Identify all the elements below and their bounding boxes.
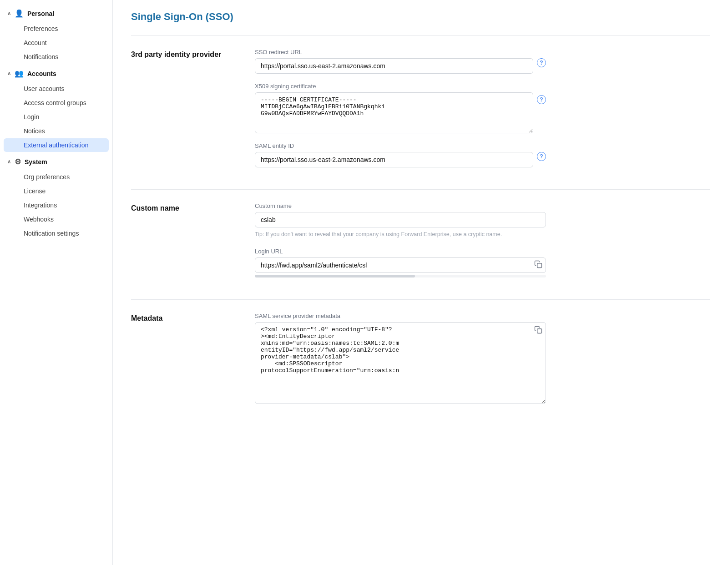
login-url-label: Login URL: [255, 248, 546, 255]
login-url-input[interactable]: [255, 257, 546, 273]
x509-help-icon[interactable]: ?: [537, 95, 546, 104]
section-third-party-label: 3rd party identity provider: [131, 49, 240, 177]
sidebar-item-preferences[interactable]: Preferences: [4, 22, 109, 35]
x509-cert-label: X509 signing certificate: [255, 83, 546, 90]
sso-redirect-input-row: ?: [255, 58, 546, 74]
sidebar-item-user-accounts[interactable]: User accounts: [4, 82, 109, 96]
field-group-custom-name: Custom name Tip: If you don't want to re…: [255, 202, 546, 239]
saml-entity-id-input[interactable]: [255, 152, 533, 167]
sidebar: ∧ 👤 Personal Preferences Account Notific…: [0, 0, 113, 565]
x509-cert-textarea[interactable]: -----BEGIN CERTIFICATE----- MIIDBjCCAe6g…: [255, 92, 533, 133]
svg-rect-1: [537, 329, 542, 333]
field-group-saml-entity: SAML entity ID ?: [255, 142, 546, 167]
field-group-sso-redirect: SSO redirect URL ?: [255, 49, 546, 74]
saml-entity-label: SAML entity ID: [255, 142, 546, 149]
section-third-party-fields: SSO redirect URL ? X509 signing certific…: [255, 49, 546, 177]
sidebar-section-personal-label: Personal: [27, 10, 54, 17]
field-group-saml-metadata: SAML service provider metadata <?xml ver…: [255, 313, 546, 405]
sidebar-item-notification-settings[interactable]: Notification settings: [4, 227, 109, 240]
field-group-x509: X509 signing certificate -----BEGIN CERT…: [255, 83, 546, 133]
sidebar-section-accounts: ∧ 👥 Accounts User accounts Access contro…: [0, 66, 112, 152]
section-custom-name-fields: Custom name Tip: If you don't want to re…: [255, 202, 546, 287]
login-url-scrollbar-thumb: [255, 275, 415, 277]
divider-top: [131, 35, 710, 36]
sidebar-item-license[interactable]: License: [4, 184, 109, 198]
login-url-input-wrapper: [255, 257, 546, 273]
personal-icon: 👤: [15, 9, 24, 18]
sidebar-item-login[interactable]: Login: [4, 110, 109, 124]
main-content: Single Sign-On (SSO) 3rd party identity …: [113, 0, 728, 565]
saml-metadata-textarea[interactable]: <?xml version="1.0" encoding="UTF-8"? ><…: [255, 322, 546, 404]
custom-name-input[interactable]: [255, 212, 546, 227]
sidebar-item-webhooks[interactable]: Webhooks: [4, 212, 109, 226]
sso-redirect-label: SSO redirect URL: [255, 49, 546, 55]
login-url-scrollbar[interactable]: [255, 275, 546, 277]
sidebar-section-system-header[interactable]: ∧ ⚙ System: [0, 154, 112, 170]
sidebar-system-items: Org preferences License Integrations Web…: [0, 170, 112, 240]
sidebar-section-personal: ∧ 👤 Personal Preferences Account Notific…: [0, 5, 112, 64]
section-custom-name-label: Custom name: [131, 202, 240, 287]
sidebar-section-system-label: System: [25, 158, 47, 166]
chevron-accounts-icon: ∧: [7, 71, 11, 76]
field-group-login-url: Login URL: [255, 248, 546, 277]
divider-custom-name: [131, 189, 710, 190]
section-third-party: 3rd party identity provider SSO redirect…: [131, 49, 710, 177]
section-metadata-label: Metadata: [131, 313, 240, 414]
sidebar-item-external-authentication[interactable]: External authentication: [4, 138, 109, 152]
custom-name-hint: Tip: If you don't want to reveal that yo…: [255, 230, 546, 239]
sidebar-item-integrations[interactable]: Integrations: [4, 198, 109, 212]
sidebar-personal-items: Preferences Account Notifications: [0, 22, 112, 64]
saml-entity-help-icon[interactable]: ?: [537, 152, 546, 161]
login-url-copy-icon[interactable]: [534, 260, 542, 270]
section-custom-name: Custom name Custom name Tip: If you don'…: [131, 202, 710, 287]
saml-metadata-field-label: SAML service provider metadata: [255, 313, 546, 319]
divider-metadata: [131, 299, 710, 300]
sidebar-item-access-control-groups[interactable]: Access control groups: [4, 96, 109, 110]
sidebar-section-accounts-header[interactable]: ∧ 👥 Accounts: [0, 66, 112, 81]
section-metadata: Metadata SAML service provider metadata …: [131, 313, 710, 414]
saml-entity-input-row: ?: [255, 152, 546, 167]
accounts-icon: 👥: [15, 69, 24, 78]
saml-metadata-copy-icon[interactable]: [534, 326, 542, 336]
sidebar-section-personal-header[interactable]: ∧ 👤 Personal: [0, 5, 112, 21]
page-title: Single Sign-On (SSO): [131, 11, 710, 23]
svg-rect-0: [537, 263, 542, 268]
sidebar-item-org-preferences[interactable]: Org preferences: [4, 170, 109, 184]
sidebar-item-notifications[interactable]: Notifications: [4, 50, 109, 64]
sso-redirect-url-input[interactable]: [255, 58, 533, 74]
saml-metadata-textarea-wrapper: <?xml version="1.0" encoding="UTF-8"? ><…: [255, 322, 546, 405]
sidebar-item-account[interactable]: Account: [4, 36, 109, 50]
x509-cert-input-row: -----BEGIN CERTIFICATE----- MIIDBjCCAe6g…: [255, 92, 546, 133]
sso-redirect-help-icon[interactable]: ?: [537, 58, 546, 67]
custom-name-field-label: Custom name: [255, 202, 546, 209]
sidebar-item-notices[interactable]: Notices: [4, 124, 109, 138]
system-icon: ⚙: [15, 157, 21, 166]
sidebar-accounts-items: User accounts Access control groups Logi…: [0, 82, 112, 152]
sidebar-section-accounts-label: Accounts: [27, 70, 56, 77]
chevron-system-icon: ∧: [7, 159, 11, 165]
chevron-personal-icon: ∧: [7, 10, 11, 16]
sidebar-section-system: ∧ ⚙ System Org preferences License Integ…: [0, 154, 112, 240]
section-metadata-fields: SAML service provider metadata <?xml ver…: [255, 313, 546, 414]
